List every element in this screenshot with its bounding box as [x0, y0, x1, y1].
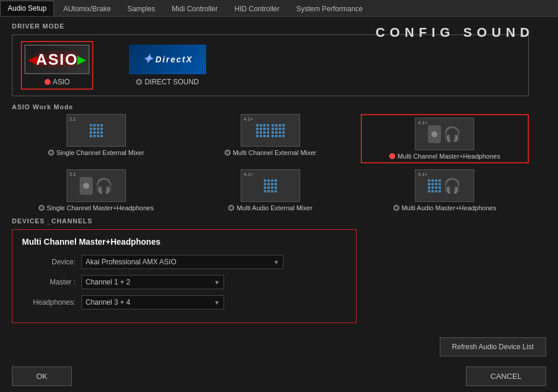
master-dropdown-arrow-icon: ▼	[214, 279, 220, 286]
multi-master-hp-text: Multi Channel Master+Headphones	[398, 153, 500, 160]
tab-system-performance[interactable]: System Performance	[289, 1, 371, 16]
tab-bar: Audio Setup AUtomix/Brake Samples Midi C…	[0, 0, 558, 17]
asio-work-mode-label: ASIO Work Mode	[12, 103, 546, 110]
driver-mode-section: ◀ ASIO ▶ ASIO ✦ DirectX DIRECT SOUND	[12, 34, 529, 96]
single-master-hp-radio	[39, 205, 45, 211]
headphone-icon-3: 🎧	[443, 178, 461, 194]
headphone-icon-1: 🎧	[443, 126, 461, 143]
device-dropdown-arrow-icon: ▼	[273, 259, 279, 265]
multi-audio-grid-icon	[264, 179, 277, 192]
asio-logo-text: ASIO	[36, 50, 78, 69]
directx-text: DirectX	[155, 55, 193, 64]
devices-section-label: DEVICES _CHANNELS	[12, 217, 546, 225]
multi-audio-ext-radio	[228, 205, 234, 211]
thumb-badge-41c: 4.1>	[244, 172, 253, 177]
thumb-badge-41b: 4.1>	[418, 120, 427, 125]
headphones-dropdown[interactable]: Channel 3 + 4 ▼	[81, 295, 224, 309]
speaker-icon-1	[428, 125, 441, 143]
direct-sound-radio-dot	[136, 79, 142, 85]
direct-sound-label-text: DIRECT SOUND	[144, 78, 198, 86]
direct-sound-radio-label: DIRECT SOUND	[136, 78, 198, 86]
tab-audio-setup[interactable]: Audio Setup	[0, 1, 54, 16]
master-row: Master : Channel 1 + 2 ▼	[22, 275, 346, 289]
multi-audio-master-hp-radio	[393, 205, 399, 211]
work-mode-multi-master-hp[interactable]: 4.1> 🎧 Multi Channel Master+Headphones	[361, 114, 529, 163]
asio-option[interactable]: ◀ ASIO ▶ ASIO	[21, 41, 93, 90]
device-label: Device:	[22, 258, 75, 266]
asio-left-arrow-icon: ◀	[28, 52, 37, 67]
headphones-value: Channel 3 + 4	[86, 298, 130, 306]
multi-mixer-grid-icon2	[272, 124, 285, 137]
multi-mixer-grid-icon	[256, 124, 269, 137]
headphones-dropdown-arrow-icon: ▼	[214, 299, 220, 306]
thumb-badge-41a: 4.1>	[244, 116, 253, 122]
multi-master-hp-radio	[389, 153, 395, 159]
master-label: Master :	[22, 278, 75, 286]
multi-audio-master-grid-icon	[428, 179, 441, 192]
single-ext-mixer-radio	[48, 150, 54, 156]
single-master-hp-text: Single Channel Master+Headphones	[47, 204, 154, 211]
thumb-badge-21: 2.1	[70, 116, 76, 122]
speaker-icon-2	[80, 177, 93, 195]
device-row: Device: Akai Professional AMX ASIO ▼	[22, 255, 346, 269]
single-ext-mixer-label-row: Single Channel External Mixer	[48, 149, 144, 156]
work-mode-grid: 2.1 Single Channel External Mixer	[12, 114, 529, 211]
thumb-badge-41d: 4.1>	[418, 172, 427, 177]
asio-logo: ◀ ASIO ▶	[24, 45, 90, 74]
work-mode-multi-audio-master-hp[interactable]: 4.1> 🎧 Multi Audio Master+Headphones	[361, 169, 529, 211]
tab-hid[interactable]: HID Controller	[226, 1, 287, 16]
headphones-row: Headphones: Channel 3 + 4 ▼	[22, 295, 346, 309]
asio-radio-dot	[45, 79, 51, 85]
work-mode-multi-audio-ext[interactable]: 4.1> Multi Audio External Mixer	[186, 169, 354, 211]
multi-master-hp-label-row: Multi Channel Master+Headphones	[389, 153, 500, 160]
asio-radio-label: ASIO	[45, 78, 70, 86]
single-master-hp-thumb: 2.1 🎧	[67, 169, 126, 202]
main-content: CONFIG SOUND DRIVER MODE ◀ ASIO ▶ ASIO ✦	[0, 17, 558, 392]
work-mode-single-master-hp[interactable]: 2.1 🎧 Single Channel Master+Headphones	[12, 169, 180, 211]
devices-title: Multi Channel Master+Headphones	[22, 237, 346, 246]
asio-right-arrow-icon: ▶	[77, 52, 86, 67]
directx-icon: ✦	[142, 52, 153, 67]
single-ext-mixer-thumb: 2.1	[67, 114, 126, 147]
multi-audio-master-hp-thumb: 4.1> 🎧	[415, 169, 474, 202]
headphone-icon-2: 🎧	[95, 178, 113, 194]
multi-audio-master-hp-label-row: Multi Audio Master+Headphones	[393, 204, 496, 211]
multi-ext-mixer-thumb: 4.1>	[241, 114, 300, 147]
multi-audio-master-hp-text: Multi Audio Master+Headphones	[402, 204, 496, 211]
single-master-hp-label-row: Single Channel Master+Headphones	[39, 204, 154, 211]
multi-ext-mixer-label-row: Multi Channel External Mixer	[225, 149, 317, 156]
multi-audio-ext-label-row: Multi Audio External Mixer	[228, 204, 312, 211]
multi-audio-ext-thumb: 4.1>	[241, 169, 300, 202]
mixer-grid-icon	[90, 124, 103, 137]
tab-midi[interactable]: Midi Controller	[164, 1, 225, 16]
master-dropdown[interactable]: Channel 1 + 2 ▼	[81, 275, 224, 289]
devices-section: Multi Channel Master+Headphones Device: …	[12, 229, 357, 323]
thumb-badge-21b: 2.1	[70, 172, 76, 177]
directx-logo: ✦ DirectX	[129, 45, 206, 74]
tab-automix[interactable]: AUtomix/Brake	[55, 1, 118, 16]
tab-samples[interactable]: Samples	[119, 1, 163, 16]
ok-button[interactable]: OK	[12, 366, 72, 386]
single-ext-mixer-text: Single Channel External Mixer	[56, 149, 144, 156]
master-value: Channel 1 + 2	[86, 278, 130, 286]
work-mode-multi-ext-mixer[interactable]: 4.1>	[186, 114, 354, 163]
asio-work-mode-section: ASIO Work Mode 2.1	[12, 103, 546, 211]
multi-audio-ext-text: Multi Audio External Mixer	[237, 204, 312, 211]
headphones-label: Headphones:	[22, 298, 75, 306]
refresh-button[interactable]: Refresh Audio Device List	[440, 337, 546, 356]
multi-ext-mixer-radio	[225, 150, 231, 156]
device-dropdown[interactable]: Akai Professional AMX ASIO ▼	[81, 255, 283, 269]
cancel-button[interactable]: CANCEL	[466, 366, 546, 386]
work-mode-single-ext-mixer[interactable]: 2.1 Single Channel External Mixer	[12, 114, 180, 163]
asio-label-text: ASIO	[53, 78, 70, 86]
multi-ext-mixer-text: Multi Channel External Mixer	[233, 149, 317, 156]
direct-sound-option[interactable]: ✦ DirectX DIRECT SOUND	[129, 45, 206, 86]
device-value: Akai Professional AMX ASIO	[86, 258, 176, 266]
multi-master-hp-thumb: 4.1> 🎧	[415, 118, 474, 150]
config-title: CONFIG SOUND	[376, 25, 534, 40]
